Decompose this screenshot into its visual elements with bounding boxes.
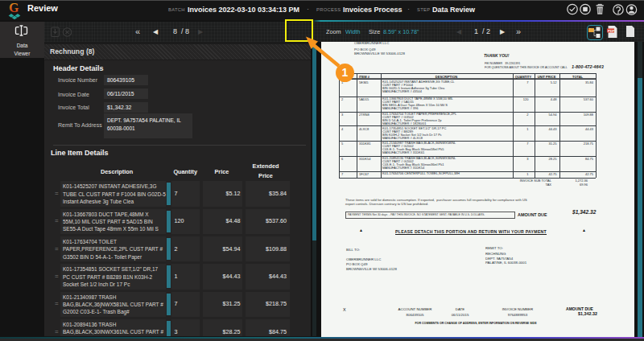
svg-text:G: G — [9, 2, 19, 14]
svg-text:PDF: PDF — [608, 29, 615, 33]
